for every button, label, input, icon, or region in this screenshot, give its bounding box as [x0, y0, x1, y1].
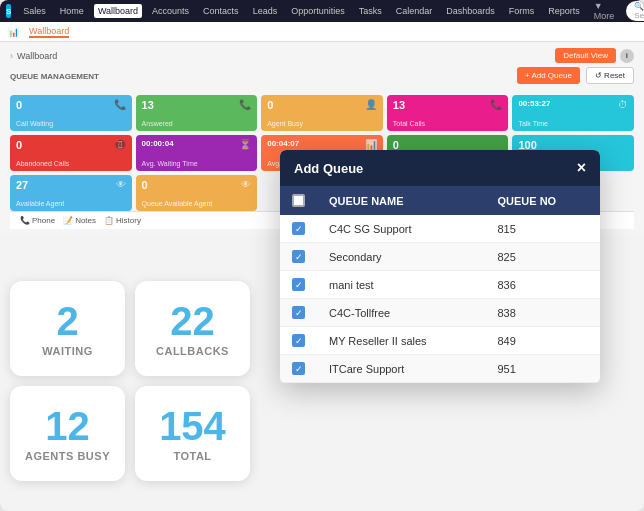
stat-total-calls: 13 📞 Total Calls: [387, 95, 509, 131]
nav-forms[interactable]: Forms: [505, 4, 539, 18]
stat-answered: 13 📞 Answered: [136, 95, 258, 131]
phone-icon: 📞: [114, 99, 126, 110]
row-checkbox-1[interactable]: [292, 250, 305, 263]
queue-name-cell: MY Reseller II sales: [317, 327, 485, 355]
nav-accounts[interactable]: Accounts: [148, 4, 193, 18]
tab-history[interactable]: 📋 History: [104, 216, 141, 225]
row-checkbox-3[interactable]: [292, 306, 305, 319]
dash-card-waiting: 2 WAITING: [10, 281, 125, 376]
available-icon: 👁: [116, 179, 126, 190]
calls-icon: 📞: [490, 99, 502, 110]
breadcrumb-separator: ›: [10, 51, 13, 61]
queue-number-cell: 951: [485, 355, 600, 383]
stat-available-agent: 27 👁 Available Agent: [10, 175, 132, 211]
top-nav-bar: S Sales Home Wallboard Accounts Contacts…: [0, 0, 644, 22]
table-row: C4C SG Support815: [280, 215, 600, 243]
col-header-name: QUEUE NAME: [317, 186, 485, 215]
queue-number-cell: 825: [485, 243, 600, 271]
queue-number-cell: 836: [485, 271, 600, 299]
queue-name-cell: Secondary: [317, 243, 485, 271]
logo-text: S: [6, 7, 11, 16]
wallboard-icon: 📊: [8, 27, 19, 37]
queue-name-cell: ITCare Support: [317, 355, 485, 383]
queue-number-cell: 838: [485, 299, 600, 327]
queue-management-label: QUEUE MANAGEMENT: [10, 72, 99, 81]
nav-leads[interactable]: Leads: [249, 4, 282, 18]
nav-wallboard[interactable]: Wallboard: [94, 4, 142, 18]
nav-dashboards[interactable]: Dashboards: [442, 4, 499, 18]
search-bar[interactable]: 🔍 Search...: [626, 1, 644, 21]
queue-name-cell: C4C SG Support: [317, 215, 485, 243]
phone-tab-icon: 📞: [20, 216, 30, 225]
header-checkbox[interactable]: [292, 194, 305, 207]
queue-number-cell: 849: [485, 327, 600, 355]
nav-more[interactable]: ▼ More: [590, 0, 619, 23]
agent-icon: 👤: [365, 99, 377, 110]
modal-header: Add Queue ×: [280, 150, 600, 186]
dashboard-overlay: 2 WAITING 22 CALLBACKS 12 AGENTS BUSY 15…: [10, 281, 250, 481]
second-nav-wallboard[interactable]: Wallboard: [29, 26, 69, 38]
row-checkbox-0[interactable]: [292, 222, 305, 235]
queue-name-cell: C4C-Tollfree: [317, 299, 485, 327]
clock-icon: ⏱: [618, 99, 628, 110]
row-checkbox-cell: [280, 243, 317, 271]
table-row: mani test836: [280, 271, 600, 299]
row-checkbox-cell: [280, 271, 317, 299]
stat-avg-wait: 00:00:04 ⏳ Avg. Waiting Time: [136, 135, 258, 171]
abandoned-icon: 📵: [114, 139, 126, 150]
stat-abandoned: 0 📵 Abandoned Calls: [10, 135, 132, 171]
dash-card-callbacks: 22 CALLBACKS: [135, 281, 250, 376]
info-icon: i: [620, 49, 634, 63]
default-view-button[interactable]: Default View: [555, 48, 616, 63]
nav-sales[interactable]: Sales: [19, 4, 50, 18]
queue-table: QUEUE NAME QUEUE NO C4C SG Support815Sec…: [280, 186, 600, 383]
notes-tab-icon: 📝: [63, 216, 73, 225]
dash-card-agents-busy: 12 AGENTS BUSY: [10, 386, 125, 481]
nav-home[interactable]: Home: [56, 4, 88, 18]
row-checkbox-cell: [280, 327, 317, 355]
col-header-number: QUEUE NO: [485, 186, 600, 215]
table-row: MY Reseller II sales849: [280, 327, 600, 355]
nav-calendar[interactable]: Calendar: [392, 4, 437, 18]
stats-row-1: 0 📞 Call Waiting 13 📞 Answered 0 👤 Agent…: [10, 95, 634, 131]
queue-name-cell: mani test: [317, 271, 485, 299]
app-logo: S: [6, 4, 11, 18]
stat-agent-busy: 0 👤 Agent Busy: [261, 95, 383, 131]
table-row: C4C-Tollfree838: [280, 299, 600, 327]
nav-items: Sales Home Wallboard Accounts Contacts L…: [19, 0, 618, 23]
handle-icon: 📊: [365, 139, 377, 150]
tab-notes[interactable]: 📝 Notes: [63, 216, 96, 225]
history-tab-icon: 📋: [104, 216, 114, 225]
breadcrumb-wallboard: Wallboard: [17, 51, 57, 61]
add-queue-modal: Add Queue × QUEUE NAME QUEUE NO C4C SG S…: [280, 150, 600, 383]
row-checkbox-2[interactable]: [292, 278, 305, 291]
row-checkbox-5[interactable]: [292, 362, 305, 375]
row-checkbox-cell: [280, 355, 317, 383]
nav-contacts[interactable]: Contacts: [199, 4, 243, 18]
queue-number-cell: 815: [485, 215, 600, 243]
stat-call-waiting: 0 📞 Call Waiting: [10, 95, 132, 131]
phone-answered-icon: 📞: [239, 99, 251, 110]
nav-opportunities[interactable]: Opportunities: [287, 4, 349, 18]
col-header-check: [280, 186, 317, 215]
reset-button[interactable]: ↺ Reset: [586, 67, 634, 84]
table-row: ITCare Support951: [280, 355, 600, 383]
stat-talk-time: 00:53:27 ⏱ Talk Time: [512, 95, 634, 131]
row-checkbox-cell: [280, 215, 317, 243]
table-row: Secondary825: [280, 243, 600, 271]
nav-tasks[interactable]: Tasks: [355, 4, 386, 18]
nav-reports[interactable]: Reports: [544, 4, 584, 18]
dash-card-total: 154 TOTAL: [135, 386, 250, 481]
second-nav: 📊 Wallboard: [0, 22, 644, 42]
tab-phone[interactable]: 📞 Phone: [20, 216, 55, 225]
row-checkbox-cell: [280, 299, 317, 327]
modal-title: Add Queue: [294, 161, 363, 176]
modal-close-button[interactable]: ×: [577, 160, 586, 176]
wait-icon: ⏳: [239, 139, 251, 150]
add-queue-button[interactable]: + Add Queue: [517, 67, 580, 84]
queue-icon: 👁: [241, 179, 251, 190]
row-checkbox-4[interactable]: [292, 334, 305, 347]
stat-queue-available: 0 👁 Queue Available Agent: [136, 175, 258, 211]
